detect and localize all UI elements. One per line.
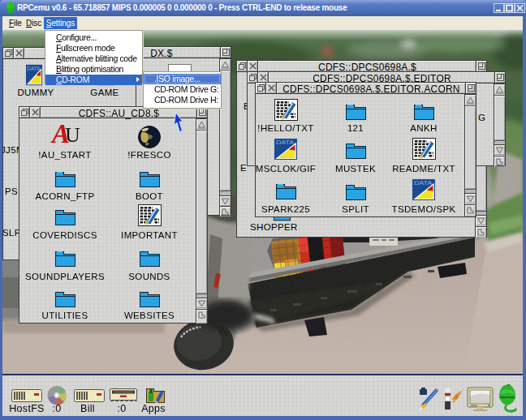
svg-text:DATA: DATA	[414, 181, 433, 187]
svg-text:DATA: DATA	[276, 140, 295, 147]
svg-text:DATA: DATA	[27, 66, 41, 71]
